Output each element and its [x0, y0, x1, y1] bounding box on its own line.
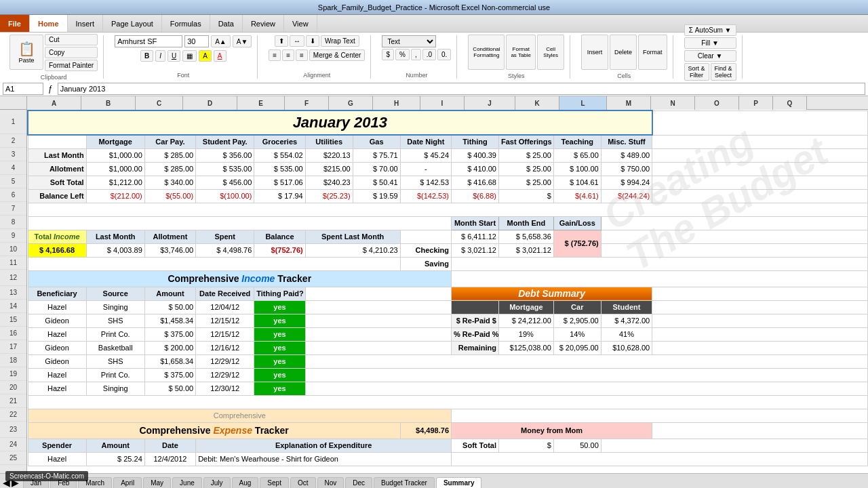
cell-saving-end[interactable]: $ 3,021.12	[499, 243, 554, 257]
sheet-tab-nov[interactable]: Nov	[317, 477, 344, 488]
debt-mortgage-pct[interactable]: 19%	[499, 327, 554, 341]
cell-r6c5[interactable]: $ 17.94	[254, 189, 305, 203]
format-as-table-btn[interactable]: Formatas Table	[506, 35, 536, 70]
sheet-tab-summary[interactable]: Summary	[436, 477, 482, 488]
formula-input[interactable]	[58, 83, 865, 95]
cell-r20-source[interactable]: Singing	[86, 382, 144, 395]
cell-saving-label[interactable]: Saving	[400, 257, 451, 270]
clear-btn[interactable]: Clear ▼	[684, 50, 736, 62]
font-name-input[interactable]	[115, 35, 182, 47]
cell-r4c11[interactable]: $ 100.00	[553, 162, 601, 176]
tab-formulas[interactable]: Formulas	[162, 15, 210, 32]
cell-r15-amount[interactable]: $1,458.34	[144, 314, 195, 327]
cut-button[interactable]: Cut	[45, 34, 98, 45]
cell-r6c4[interactable]: $(100.00)	[196, 189, 254, 203]
cell-r16-date[interactable]: 12/15/12	[196, 327, 254, 341]
debt-col-empty[interactable]	[452, 300, 499, 314]
cell-r8c1[interactable]	[28, 216, 452, 230]
decrease-decimal-btn[interactable]: 0.	[437, 49, 451, 60]
exp-col-explanation[interactable]: Explanation of Expenditure	[196, 439, 452, 452]
cell-r6c10[interactable]: $	[499, 189, 554, 203]
cell-r4c9[interactable]: $ 410.00	[452, 162, 499, 176]
exp-r25-date[interactable]: 12/4/2012	[144, 452, 195, 466]
number-format-select[interactable]: TextNumberCurrencyAccounting	[382, 35, 436, 47]
cell-r17-date[interactable]: 12/16/12	[196, 341, 254, 354]
col-header-o[interactable]: O	[695, 96, 739, 110]
cell-r3c12[interactable]: $ 489.00	[601, 148, 652, 162]
cell-r20-tithing[interactable]: yes	[254, 382, 305, 395]
exp-col-date[interactable]: Date	[144, 439, 195, 452]
sheet-tab-budget-tracker[interactable]: Budget Tracker	[374, 477, 435, 488]
exp-col-spender[interactable]: Spender	[28, 439, 86, 452]
debt-mortgage-remaining[interactable]: $125,038.00	[499, 341, 554, 354]
exp-r25-amount[interactable]: $ 25.24	[86, 452, 144, 466]
cell-r10c12[interactable]	[601, 243, 867, 257]
cell-r17-amount[interactable]: $ 200.00	[144, 341, 195, 354]
fill-btn[interactable]: Fill ▼	[684, 37, 736, 49]
sheet-tab-july[interactable]: July	[203, 477, 231, 488]
tab-page-layout[interactable]: Page Layout	[103, 15, 162, 32]
debt-car-remaining[interactable]: $ 20,095.00	[553, 341, 601, 354]
cell-r15c6[interactable]	[305, 314, 451, 327]
cell-r3c3[interactable]: $ 285.00	[144, 148, 195, 162]
cell-r6c3[interactable]: $(55.00)	[144, 189, 195, 203]
format-painter-button[interactable]: Format Painter	[45, 60, 98, 71]
col-fastofferings[interactable]: Fast Offerings	[499, 135, 554, 148]
cell-r21[interactable]	[28, 395, 868, 409]
cell-r17c13[interactable]	[652, 341, 868, 354]
align-middle-btn[interactable]: ↔	[290, 35, 304, 47]
cell-r14-source[interactable]: Singing	[86, 300, 144, 314]
italic-btn[interactable]: I	[155, 50, 165, 62]
cell-r18-amount[interactable]: $1,658.34	[144, 354, 195, 368]
cell-checking-end[interactable]: $ 5,658.36	[499, 230, 554, 243]
col-mortgage[interactable]: Mortgage	[86, 135, 144, 148]
col-header-k[interactable]: K	[515, 96, 559, 110]
debt-summary-title[interactable]: Debt Summary	[452, 287, 652, 300]
cell-r5c2[interactable]: $1,212.00	[86, 176, 144, 189]
money-from-mom-title[interactable]: Money from Mom	[452, 422, 652, 439]
col-header-i[interactable]: I	[420, 96, 465, 110]
col-source[interactable]: Source	[86, 287, 144, 300]
cell-r9c12[interactable]	[601, 230, 867, 243]
cell-r3c6[interactable]: $220.13	[305, 148, 353, 162]
col-datereceived[interactable]: Date Received	[196, 287, 254, 300]
cell-r3c8[interactable]: $ 45.24	[400, 148, 451, 162]
income-tracker-title[interactable]: Comprehensive Income Tracker	[28, 270, 452, 287]
cell-r6c9[interactable]: $(6.88)	[452, 189, 499, 203]
cell-r18-source[interactable]: SHS	[86, 354, 144, 368]
tab-data[interactable]: Data	[210, 15, 243, 32]
cell-r24c12[interactable]	[601, 439, 867, 452]
cell-r22c9[interactable]	[452, 409, 868, 422]
sheet-tab-may[interactable]: May	[143, 477, 171, 488]
sort-filter-btn[interactable]: Sort &Filter	[684, 63, 709, 81]
exp-col-amount[interactable]: Amount	[86, 439, 144, 452]
cell-r6c2[interactable]: $(212.00)	[86, 189, 144, 203]
cell-r3c11[interactable]: $ 65.00	[553, 148, 601, 162]
debt-remaining-label[interactable]: Remaining	[452, 341, 499, 354]
col-utilities[interactable]: Utilities	[305, 135, 353, 148]
tab-home[interactable]: Home	[30, 15, 68, 32]
cell-r15c13[interactable]	[652, 314, 868, 327]
cell-r5c7[interactable]: $ 50.41	[353, 176, 400, 189]
format-btn[interactable]: Format	[638, 35, 667, 70]
col-studentpay[interactable]: Student Pay.	[196, 135, 254, 148]
col-header-c[interactable]: C	[136, 96, 183, 110]
cell-r5c6[interactable]: $240.23	[305, 176, 353, 189]
align-left-btn[interactable]: ≡	[269, 49, 281, 61]
cell-r8c12[interactable]	[601, 216, 867, 230]
cell-r1c13[interactable]	[652, 110, 868, 135]
cell-monthstart-hdr[interactable]: Month Start	[452, 216, 499, 230]
align-bottom-btn[interactable]: ⬇	[306, 35, 319, 47]
col-header-l[interactable]: L	[559, 96, 607, 110]
cell-r4c13[interactable]	[652, 162, 868, 176]
cell-r16-amount[interactable]: $ 375.00	[144, 327, 195, 341]
cell-r16-tithing[interactable]: yes	[254, 327, 305, 341]
cell-r17-tithing[interactable]: yes	[254, 341, 305, 354]
cell-r14-amount[interactable]: $ 50.00	[144, 300, 195, 314]
cell-lastmonth-val[interactable]: $ 4,003.89	[86, 243, 144, 257]
expense-total-cell[interactable]: $4,498.76	[400, 422, 451, 439]
debt-repaid-label[interactable]: $ Re-Paid $	[452, 314, 499, 327]
sheet-tab-sept[interactable]: Sept	[260, 477, 289, 488]
col-header-d[interactable]: D	[183, 96, 237, 110]
cell-r14-beneficiary[interactable]: Hazel	[28, 300, 86, 314]
